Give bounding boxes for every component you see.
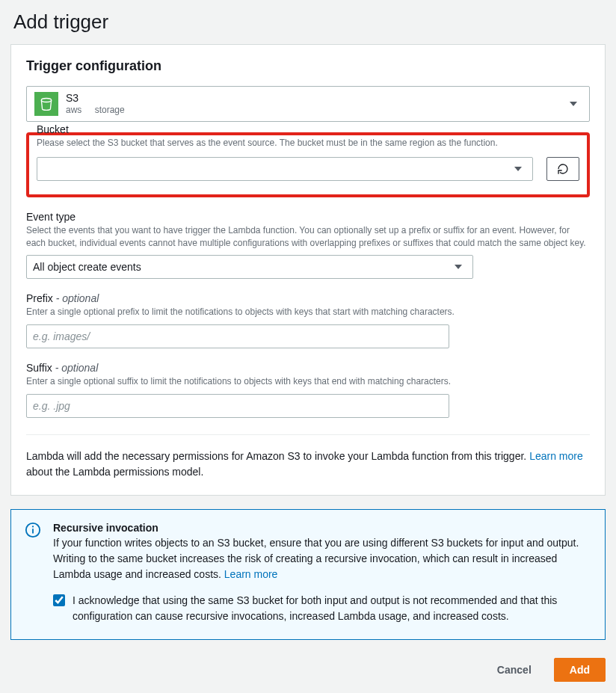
prefix-label: Prefix - optional	[26, 292, 590, 304]
svg-point-2	[32, 526, 34, 527]
trigger-config-panel: Trigger configuration S3 aws storage Buc…	[10, 44, 606, 496]
cancel-button[interactable]: Cancel	[482, 658, 546, 682]
acknowledge-text: I acknowledge that using the same S3 buc…	[73, 593, 591, 624]
bucket-select[interactable]	[37, 157, 533, 181]
footer-actions: Cancel Add	[0, 650, 616, 693]
prefix-input[interactable]	[26, 324, 449, 348]
chevron-down-icon	[570, 102, 577, 106]
refresh-icon	[557, 163, 569, 175]
prefix-label-text: Prefix	[26, 292, 53, 304]
source-tag-storage: storage	[95, 105, 125, 115]
alert-text: If your function writes objects to an S3…	[53, 537, 579, 580]
suffix-optional: - optional	[52, 362, 98, 374]
page-title: Add trigger	[0, 0, 616, 44]
bucket-label: Bucket	[37, 123, 579, 135]
permissions-text1: Lambda will add the necessary permission…	[26, 450, 529, 462]
recursive-invocation-alert: Recursive invocation If your function wr…	[10, 509, 606, 640]
divider	[26, 434, 590, 435]
chevron-down-icon	[455, 265, 462, 269]
permissions-learn-more-link[interactable]: Learn more	[529, 450, 583, 462]
source-tag-aws: aws	[66, 105, 81, 115]
prefix-optional: - optional	[53, 292, 99, 304]
trigger-source-select[interactable]: S3 aws storage	[26, 86, 590, 122]
source-name: S3	[66, 92, 565, 105]
s3-bucket-icon	[34, 92, 58, 116]
add-button[interactable]: Add	[554, 658, 606, 682]
alert-title: Recursive invocation	[53, 522, 591, 534]
refresh-button[interactable]	[546, 157, 579, 181]
suffix-label-text: Suffix	[26, 362, 52, 374]
acknowledge-checkbox[interactable]	[53, 594, 65, 606]
chevron-down-icon	[514, 167, 522, 171]
info-icon	[25, 522, 47, 624]
event-type-select[interactable]: All object create events	[26, 255, 473, 279]
event-type-label: Event type	[26, 211, 590, 223]
suffix-desc: Enter a single optional suffix to limit …	[26, 375, 590, 388]
alert-learn-more-link[interactable]: Learn more	[224, 568, 278, 580]
panel-header: Trigger configuration	[11, 45, 605, 86]
bucket-desc: Please select the S3 bucket that serves …	[37, 137, 579, 150]
permissions-text2: about the Lambda permissions model.	[26, 466, 203, 478]
prefix-desc: Enter a single optional prefix to limit …	[26, 306, 590, 318]
event-type-value: All object create events	[33, 261, 450, 273]
suffix-input[interactable]	[26, 394, 449, 418]
source-tags: aws storage	[66, 105, 565, 115]
event-type-desc: Select the events that you want to have …	[26, 224, 590, 250]
bucket-highlight: Bucket Please select the S3 bucket that …	[26, 132, 590, 197]
permissions-note: Lambda will add the necessary permission…	[26, 449, 590, 480]
suffix-label: Suffix - optional	[26, 362, 590, 374]
